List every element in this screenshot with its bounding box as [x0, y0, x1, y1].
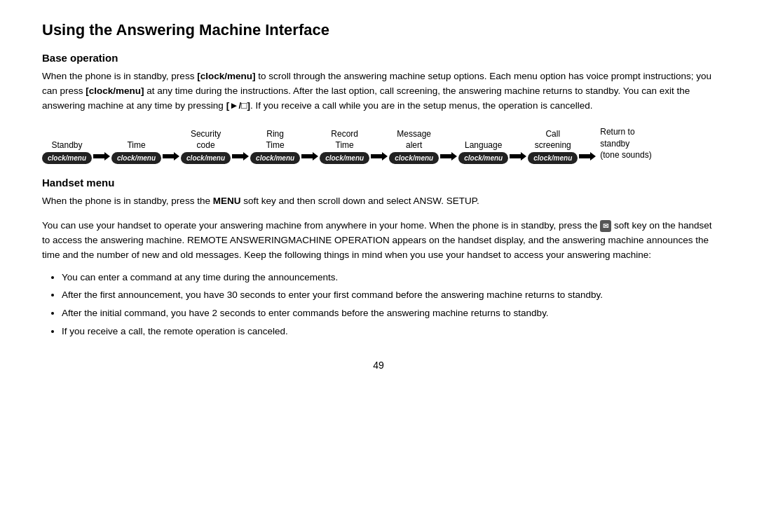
arrow-icon-2	[161, 150, 181, 163]
diagram-item-standby: Standby clock/menu	[42, 140, 92, 165]
handset-menu-para1: When the phone is in standby, press the …	[42, 194, 715, 209]
language-button: clock/menu	[458, 152, 508, 164]
call-screening-label: Callscreening	[535, 129, 571, 151]
page-content: Using the Answering Machine Interface Ba…	[42, 21, 715, 371]
arrow-3	[231, 150, 250, 163]
diagram-item-call-screening: Callscreening clock/menu	[528, 129, 578, 164]
clock-menu-bold-1: [clock/menu]	[197, 71, 255, 81]
svg-marker-2	[232, 152, 249, 161]
security-label: Securitycode	[191, 129, 221, 151]
call-screening-button: clock/menu	[528, 152, 578, 164]
base-operation-heading: Base operation	[42, 52, 715, 64]
arrow-icon-4	[300, 150, 320, 163]
menu-bold: MENU	[213, 196, 241, 206]
arrow-icon-8	[578, 150, 597, 163]
arrow-icon-5	[369, 150, 389, 163]
arrow-icon-3	[231, 150, 250, 163]
arrow-4	[300, 150, 320, 163]
record-time-button: clock/menu	[320, 152, 369, 164]
svg-marker-5	[440, 152, 457, 161]
page-title: Using the Answering Machine Interface	[42, 21, 715, 39]
ring-time-label: RingTime	[266, 129, 284, 151]
standby-button: clock/menu	[42, 152, 92, 164]
diagram-item-record-time: RecordTime clock/menu	[320, 129, 369, 164]
handset-menu-bullets: You can enter a command at any time duri…	[62, 270, 715, 339]
diagram-final-text: Return tostandby(tone sounds)	[600, 126, 651, 161]
page-number: 49	[42, 360, 715, 371]
security-button: clock/menu	[181, 152, 231, 164]
bullet-2: After the first announcement, you have 3…	[62, 287, 715, 303]
arrow-7	[508, 150, 528, 163]
message-alert-label: Messagealert	[397, 129, 431, 151]
arrow-8	[578, 150, 597, 163]
diagram-item-time: Time clock/menu	[111, 140, 161, 165]
envelope-icon: ✉	[600, 220, 611, 233]
arrow-icon-1	[92, 150, 111, 163]
bullet-1: You can enter a command at any time duri…	[62, 270, 715, 285]
svg-marker-7	[579, 152, 596, 161]
arrow-6	[439, 150, 458, 163]
svg-marker-3	[301, 152, 318, 161]
svg-marker-0	[93, 152, 110, 161]
diagram-item-security: Securitycode clock/menu	[181, 129, 231, 164]
svg-marker-6	[510, 152, 526, 161]
diagram-flow: Standby clock/menu Time clock/menu Secur…	[42, 126, 715, 164]
bullet-4: If you receive a call, the remote operat…	[62, 324, 715, 339]
arrow-2	[161, 150, 181, 163]
handset-menu-section: Handset menu When the phone is in standb…	[42, 177, 715, 339]
handset-menu-heading: Handset menu	[42, 177, 715, 189]
time-label: Time	[127, 140, 145, 151]
ring-time-button: clock/menu	[250, 152, 300, 164]
diagram-item-message-alert: Messagealert clock/menu	[389, 129, 439, 164]
diagram-item-ring-time: RingTime clock/menu	[250, 129, 300, 164]
time-button: clock/menu	[111, 152, 161, 164]
message-alert-button: clock/menu	[389, 152, 439, 164]
arrow-icon-6	[439, 150, 458, 163]
svg-marker-1	[163, 152, 179, 161]
record-time-label: RecordTime	[331, 129, 358, 151]
language-label: Language	[465, 140, 502, 151]
standby-label: Standby	[51, 140, 82, 151]
base-operation-para1: When the phone is in standby, press [clo…	[42, 69, 715, 114]
diagram-item-language: Language clock/menu	[458, 140, 508, 165]
bullet-3: After the initial command, you have 2 se…	[62, 306, 715, 321]
svg-marker-4	[371, 152, 388, 161]
handset-menu-para2: You can use your handset to operate your…	[42, 219, 715, 263]
flow-diagram: Standby clock/menu Time clock/menu Secur…	[42, 126, 715, 164]
clock-menu-bold-2: [clock/menu]	[86, 86, 144, 96]
arrow-5	[369, 150, 389, 163]
play-stop-symbol: [►/□]	[226, 100, 250, 111]
arrow-icon-7	[508, 150, 528, 163]
arrow-1	[92, 150, 111, 163]
